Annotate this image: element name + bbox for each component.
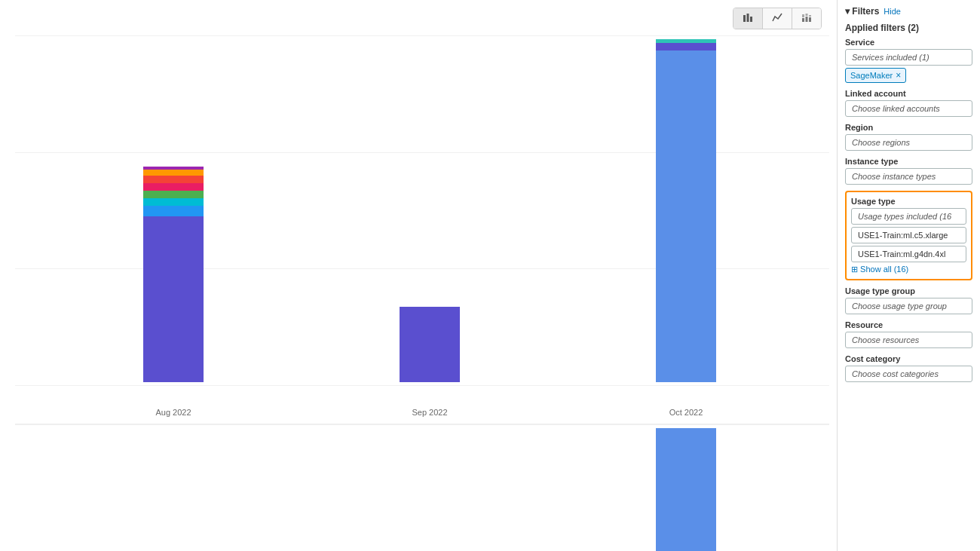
show-all-link[interactable]: ⊞ Show all (16) — [851, 265, 966, 274]
filter-instance-type-input[interactable]: Choose instance types — [845, 168, 972, 185]
usage-type-tag-2: USE1-Train:ml.g4dn.4xl — [851, 246, 966, 262]
bar-segment — [143, 176, 204, 183]
chart-section-1: Aug 2022 Sep 2022 Oct 2022 — [15, 35, 829, 424]
bar-segment — [656, 43, 716, 51]
filter-usage-type-group: Usage type group Choose usage type group — [845, 286, 972, 314]
filter-region-input[interactable]: Choose regions — [845, 134, 972, 151]
filter-instance-type-label: Instance type — [845, 157, 972, 166]
filter-region-label: Region — [845, 123, 972, 132]
bar-segment — [143, 191, 204, 198]
bar-aug-1 — [143, 167, 204, 382]
bar-segment — [656, 428, 716, 551]
filter-linked-account: Linked account Choose linked accounts — [845, 89, 972, 117]
filter-linked-account-label: Linked account — [845, 89, 972, 98]
bar-group-aug-2 — [45, 428, 302, 551]
x-label-aug-1: Aug 2022 — [45, 408, 302, 417]
svg-rect-6 — [806, 14, 808, 16]
filter-service-input[interactable]: Services included (1) — [845, 49, 972, 66]
applied-filters-label: Applied filters (2) — [845, 23, 972, 33]
usage-type-tag-1: USE1-Train:ml.c5.xlarge — [851, 227, 966, 243]
main-area: Aug 2022 Sep 2022 Oct 2022 — [0, 0, 837, 551]
filter-service-tag-close[interactable]: × — [896, 70, 901, 81]
filter-region: Region Choose regions — [845, 123, 972, 151]
filter-cost-category: Cost category Choose cost categories — [845, 354, 972, 382]
bar-chart-btn[interactable] — [733, 8, 763, 29]
svg-rect-1 — [747, 14, 749, 22]
bar-oct-1 — [656, 39, 716, 382]
svg-rect-4 — [802, 14, 804, 17]
svg-rect-3 — [802, 18, 804, 22]
bar-oct-2 — [656, 428, 716, 551]
filters-title: ▾ Filters — [845, 6, 879, 17]
grid-line — [15, 424, 829, 425]
svg-rect-7 — [809, 17, 811, 22]
filters-sidebar: ▾ Filters Hide Applied filters (2) Servi… — [837, 0, 980, 551]
x-label-sep-1: Sep 2022 — [302, 408, 558, 417]
bar-chart-2 — [15, 428, 829, 551]
svg-rect-8 — [809, 15, 811, 17]
filter-service-label: Service — [845, 38, 972, 47]
line-chart-btn[interactable] — [763, 8, 792, 29]
x-label-oct-1: Oct 2022 — [558, 408, 814, 417]
chart-area-1 — [15, 35, 829, 405]
bar-chart-1 — [15, 39, 829, 401]
filters-hide-link[interactable]: Hide — [884, 7, 901, 16]
bar-segment — [143, 206, 204, 216]
filter-usage-type-group-input[interactable]: Choose usage type group — [845, 298, 972, 314]
bar-group-oct-2 — [558, 428, 814, 551]
charts-container: Aug 2022 Sep 2022 Oct 2022 — [15, 35, 829, 551]
filter-usage-type-label: Usage type — [851, 197, 966, 206]
chart-area-2 — [15, 424, 829, 551]
bar-segment — [400, 307, 460, 382]
filter-service-tag-label: SageMaker — [850, 71, 893, 80]
filter-resource: Resource Choose resources — [845, 320, 972, 348]
chart-type-selector — [733, 8, 822, 29]
filter-resource-label: Resource — [845, 320, 972, 329]
filter-instance-type: Instance type Choose instance types — [845, 157, 972, 185]
svg-rect-0 — [743, 15, 746, 22]
filter-usage-type-group-label: Usage type group — [845, 286, 972, 295]
filter-service: Service Services included (1) SageMaker … — [845, 38, 972, 83]
chart-toolbar — [15, 8, 829, 29]
bar-group-oct-1 — [558, 39, 814, 382]
filter-cost-category-input[interactable]: Choose cost categories — [845, 366, 972, 382]
bar-group-sep-1 — [302, 39, 558, 382]
svg-rect-5 — [806, 17, 808, 22]
bar-sep-1 — [400, 307, 460, 382]
filter-service-tag: SageMaker × — [845, 68, 906, 83]
usage-type-highlight: Usage type Usage types included (16 USE1… — [845, 191, 972, 280]
filter-cost-category-label: Cost category — [845, 354, 972, 363]
bar-group-aug-1 — [45, 39, 302, 382]
bar-segment — [656, 51, 716, 382]
filters-header: ▾ Filters Hide — [845, 6, 972, 17]
bar-segment — [143, 170, 204, 176]
bar-segment — [143, 216, 204, 382]
x-axis-1: Aug 2022 Sep 2022 Oct 2022 — [15, 405, 829, 420]
bar-group-sep-2 — [302, 428, 558, 551]
stacked-chart-btn[interactable] — [792, 8, 821, 29]
bar-segment — [143, 198, 204, 206]
filter-resource-input[interactable]: Choose resources — [845, 332, 972, 348]
bar-segment — [143, 183, 204, 191]
chart-section-2: Aug 2022 Sep 2022 Oct 2022 — [15, 424, 829, 551]
svg-rect-2 — [750, 17, 752, 22]
filter-linked-account-input[interactable]: Choose linked accounts — [845, 100, 972, 117]
grid-line — [15, 35, 829, 36]
filter-usage-type-input[interactable]: Usage types included (16 — [851, 208, 966, 225]
